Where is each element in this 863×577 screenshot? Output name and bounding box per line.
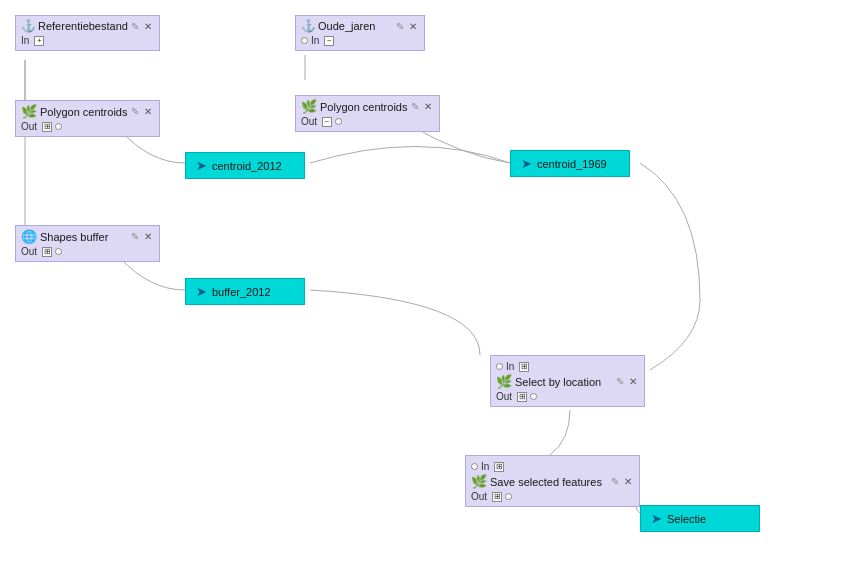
port-dot-in-select [496, 363, 503, 370]
node-title-polygon-1: 🌿 Polygon centroids ✎ ✕ [21, 104, 154, 119]
expand-polygon-1[interactable]: ⊞ [42, 122, 52, 132]
node-select-by-location[interactable]: In ⊞ 🌿 Select by location ✎ ✕ Out ⊞ [490, 355, 645, 407]
port-dot-out-buffer [55, 248, 62, 255]
anchor-icon-2: ⚓ [301, 19, 315, 33]
connections-svg [0, 0, 863, 577]
port-out-select: Out ⊞ [496, 391, 639, 402]
node-label-polygon-2: Polygon centroids [320, 101, 408, 113]
node-title-referentiebestand: ⚓ Referentiebestand ✎ ✕ [21, 19, 154, 33]
pencil-icon-polygon-2[interactable]: ✎ [411, 101, 419, 112]
node-title-save: 🌿 Save selected features ✎ ✕ [471, 474, 634, 489]
node-shapes-buffer[interactable]: 🌐 Shapes buffer ✎ ✕ Out ⊞ [15, 225, 160, 262]
expand-out-save[interactable]: ⊞ [492, 492, 502, 502]
close-icon-polygon-1[interactable]: ✕ [142, 106, 154, 118]
leaf-icon-2: 🌿 [301, 99, 317, 114]
node-title-shapes-buffer: 🌐 Shapes buffer ✎ ✕ [21, 229, 154, 244]
expand-shapes-buffer[interactable]: ⊞ [42, 247, 52, 257]
port-dot-out-2 [335, 118, 342, 125]
port-label: Out [21, 121, 37, 132]
node-polygon-centroids-2[interactable]: 🌿 Polygon centroids ✎ ✕ Out − [295, 95, 440, 132]
close-icon-referentiebestand[interactable]: ✕ [142, 20, 154, 32]
port-dot-out-1 [55, 123, 62, 130]
node-title-select: 🌿 Select by location ✎ ✕ [496, 374, 639, 389]
arrow-icon-selectie: ➤ [651, 511, 662, 526]
globe-icon: 🌐 [21, 229, 37, 244]
expand-in-save[interactable]: ⊞ [494, 462, 504, 472]
port-out-polygon-2: Out − [301, 116, 434, 127]
pencil-icon-save[interactable]: ✎ [611, 476, 619, 487]
port-dot-in-save [471, 463, 478, 470]
output-label-selectie: Selectie [667, 513, 706, 525]
port-label: Out [496, 391, 512, 402]
arrow-icon-centroid2012: ➤ [196, 158, 207, 173]
port-label: In [311, 35, 319, 46]
port-out-referentiebestand: In + [21, 35, 154, 46]
close-icon-oude-jaren[interactable]: ✕ [407, 20, 419, 32]
output-buffer-2012[interactable]: ➤ buffer_2012 [185, 278, 305, 305]
node-title-polygon-2: 🌿 Polygon centroids ✎ ✕ [301, 99, 434, 114]
node-label-save: Save selected features [490, 476, 608, 488]
port-label: Out [471, 491, 487, 502]
node-label-referentiebestand: Referentiebestand [38, 20, 128, 32]
leaf-icon-1: 🌿 [21, 104, 37, 119]
close-icon-shapes-buffer[interactable]: ✕ [142, 231, 154, 243]
node-label-shapes-buffer: Shapes buffer [40, 231, 128, 243]
node-label-oude-jaren: Oude_jaren [318, 20, 393, 32]
pencil-icon-select[interactable]: ✎ [616, 376, 624, 387]
port-dot-in [301, 37, 308, 44]
port-out-polygon-1: Out ⊞ [21, 121, 154, 132]
port-in-select: In ⊞ [496, 361, 639, 372]
expand-out-select[interactable]: ⊞ [517, 392, 527, 402]
pencil-icon-shapes-buffer[interactable]: ✎ [131, 231, 139, 242]
port-in-save: In ⊞ [471, 461, 634, 472]
expand-polygon-2[interactable]: − [322, 117, 332, 127]
output-centroid-2012[interactable]: ➤ centroid_2012 [185, 152, 305, 179]
anchor-icon: ⚓ [21, 19, 35, 33]
pencil-icon-referentiebestand[interactable]: ✎ [131, 21, 139, 32]
output-label-centroid2012: centroid_2012 [212, 160, 282, 172]
port-dot-out-save [505, 493, 512, 500]
output-centroid-1969[interactable]: ➤ centroid_1969 [510, 150, 630, 177]
port-in-oude-jaren: In − [301, 35, 419, 46]
node-referentiebestand[interactable]: ⚓ Referentiebestand ✎ ✕ In + [15, 15, 160, 51]
port-dot-out-select [530, 393, 537, 400]
leaf-icon-select: 🌿 [496, 374, 512, 389]
close-icon-save[interactable]: ✕ [622, 476, 634, 488]
close-icon-select[interactable]: ✕ [627, 376, 639, 388]
node-polygon-centroids-1[interactable]: 🌿 Polygon centroids ✎ ✕ Out ⊞ [15, 100, 160, 137]
node-label-polygon-1: Polygon centroids [40, 106, 128, 118]
output-label-centroid1969: centroid_1969 [537, 158, 607, 170]
leaf-icon-save: 🌿 [471, 474, 487, 489]
port-out-shapes-buffer: Out ⊞ [21, 246, 154, 257]
workflow-canvas: ⚓ Referentiebestand ✎ ✕ In + ⚓ Oude_jare… [0, 0, 863, 577]
node-oude-jaren[interactable]: ⚓ Oude_jaren ✎ ✕ In − [295, 15, 425, 51]
node-title-oude-jaren: ⚓ Oude_jaren ✎ ✕ [301, 19, 419, 33]
node-save-selected[interactable]: In ⊞ 🌿 Save selected features ✎ ✕ Out ⊞ [465, 455, 640, 507]
port-label: In [481, 461, 489, 472]
close-icon-polygon-2[interactable]: ✕ [422, 101, 434, 113]
pencil-icon-polygon-1[interactable]: ✎ [131, 106, 139, 117]
port-label: In [506, 361, 514, 372]
port-label: In [21, 35, 29, 46]
output-selectie[interactable]: ➤ Selectie [640, 505, 760, 532]
expand-oude-jaren[interactable]: − [324, 36, 334, 46]
pencil-icon-oude-jaren[interactable]: ✎ [396, 21, 404, 32]
arrow-icon-buffer2012: ➤ [196, 284, 207, 299]
arrow-icon-centroid1969: ➤ [521, 156, 532, 171]
node-label-select: Select by location [515, 376, 613, 388]
output-label-buffer2012: buffer_2012 [212, 286, 271, 298]
expand-referentiebestand[interactable]: + [34, 36, 44, 46]
port-label: Out [21, 246, 37, 257]
expand-in-select[interactable]: ⊞ [519, 362, 529, 372]
port-out-save: Out ⊞ [471, 491, 634, 502]
port-label: Out [301, 116, 317, 127]
